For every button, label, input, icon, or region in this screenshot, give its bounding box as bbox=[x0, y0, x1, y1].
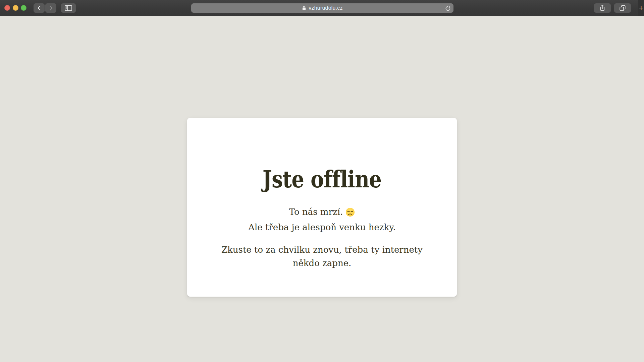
offline-title: Jste offline bbox=[207, 168, 436, 191]
sidebar-toggle-icon bbox=[64, 5, 72, 11]
padlock-icon bbox=[302, 5, 306, 11]
minimize-window-button[interactable] bbox=[13, 5, 18, 11]
disappointed-face-emoji bbox=[345, 207, 355, 221]
tab-overview-button[interactable] bbox=[614, 3, 631, 13]
chevron-right-icon bbox=[48, 5, 54, 11]
reload-button[interactable] bbox=[444, 4, 451, 12]
address-bar[interactable]: vzhurudolu.cz bbox=[191, 3, 453, 13]
url-text: vzhurudolu.cz bbox=[309, 5, 342, 11]
zoom-window-button[interactable] bbox=[21, 5, 26, 11]
reload-icon bbox=[445, 5, 451, 11]
back-button[interactable] bbox=[34, 3, 45, 13]
forward-button[interactable] bbox=[45, 3, 56, 13]
sidebar-toggle-button[interactable] bbox=[61, 3, 76, 13]
offline-paragraph-2: Zkuste to za chvilku znovu, třeba ty int… bbox=[187, 243, 457, 270]
share-icon bbox=[599, 4, 606, 12]
close-window-button[interactable] bbox=[4, 5, 10, 11]
chevron-left-icon bbox=[36, 5, 43, 11]
tab-overview-icon bbox=[619, 4, 626, 12]
offline-card: Jste offline To nás mrzí. bbox=[187, 118, 457, 297]
share-button[interactable] bbox=[594, 3, 611, 13]
browser-toolbar: vzhurudolu.cz + bbox=[0, 0, 644, 16]
offline-paragraph-1: To nás mrzí. bbox=[187, 205, 457, 234]
browser-viewport: Jste offline To nás mrzí. bbox=[0, 16, 644, 362]
paragraph1-line2: Ale třeba je alespoň venku hezky. bbox=[248, 222, 396, 232]
new-tab-button[interactable]: + bbox=[638, 0, 644, 16]
paragraph1-line1: To nás mrzí. bbox=[289, 207, 343, 217]
